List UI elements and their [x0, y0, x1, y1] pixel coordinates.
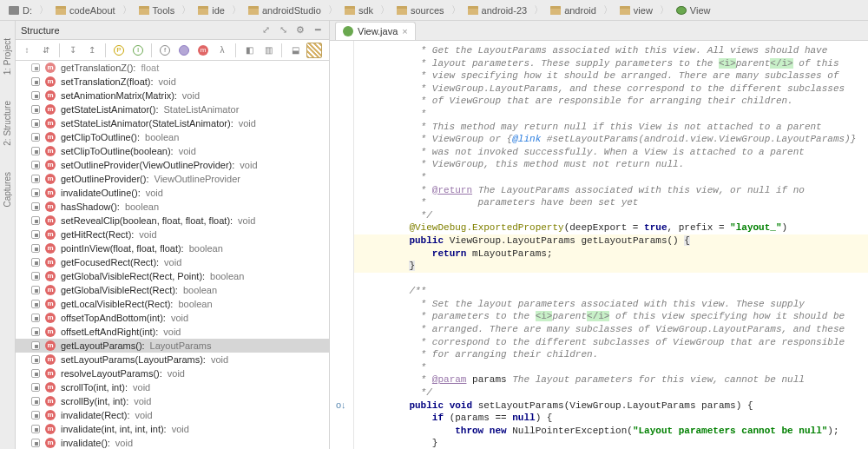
override-icon[interactable]: o↓	[336, 399, 346, 410]
method-icon: m	[45, 188, 56, 198]
breadcrumb-item[interactable]: Tools	[134, 5, 181, 16]
breadcrumb-item[interactable]: sdk	[339, 5, 378, 16]
side-tab[interactable]: Captures	[3, 172, 12, 208]
chevron-right-icon: 〉	[378, 3, 391, 17]
gutter-mark-icon	[31, 425, 40, 433]
gutter-mark-icon	[31, 244, 40, 253]
method-return: void	[139, 229, 156, 240]
gutter-mark-icon	[31, 355, 40, 364]
method-name: invalidate(Rect):	[61, 410, 129, 420]
gutter-mark-icon	[31, 341, 40, 350]
folder-icon	[198, 6, 208, 15]
method-name: setAnimationMatrix(Matrix):	[61, 90, 177, 101]
tree-method-row[interactable]: msetClipToOutline(boolean): void	[16, 144, 329, 158]
tree-method-row[interactable]: mresolveLayoutParams(): void	[16, 366, 329, 380]
breadcrumb-label: Tools	[153, 5, 175, 16]
tree-method-row[interactable]: minvalidate(int, int, int, int): void	[16, 422, 329, 436]
editor-tab-view[interactable]: View.java ×	[335, 22, 416, 40]
breadcrumb-item[interactable]: androidStudio	[243, 5, 326, 16]
pin-icon[interactable]: ⤡	[277, 24, 289, 36]
gutter-mark-icon	[31, 327, 40, 336]
toolbar-button[interactable]	[176, 43, 192, 58]
toolbar-button[interactable]: λ	[214, 43, 230, 58]
gutter-mark-icon	[31, 105, 40, 114]
tree-method-row[interactable]: mgetFocusedRect(Rect): void	[16, 255, 329, 269]
code-line: *	[354, 108, 868, 121]
toolbar-button[interactable]: ⬓	[287, 43, 303, 58]
toolbar-button[interactable]	[306, 43, 322, 58]
toolbar-button[interactable]: ⇵	[38, 43, 54, 58]
code-line: throw new NullPointerException("Layout p…	[354, 425, 868, 438]
code-line: * layout parameters. These supply parame…	[354, 57, 868, 70]
tree-method-row[interactable]: mgetGlobalVisibleRect(Rect): boolean	[16, 283, 329, 297]
structure-tree[interactable]: mgetTranslationZ(): floatmsetTranslation…	[16, 61, 329, 449]
tree-method-row[interactable]: msetAnimationMatrix(Matrix): void	[16, 89, 329, 102]
toolbar-button[interactable]: ◧	[241, 43, 257, 58]
toolbar-button[interactable]: I	[130, 43, 146, 58]
method-icon: m	[45, 285, 56, 295]
breadcrumb-item[interactable]: android	[545, 5, 602, 16]
method-icon: m	[45, 215, 56, 226]
breadcrumb-item[interactable]: codeAbout	[50, 5, 121, 16]
tree-method-row[interactable]: mpointInView(float, float, float): boole…	[16, 241, 329, 255]
gutter-mark-icon	[31, 439, 40, 447]
breadcrumb-item[interactable]: view	[615, 5, 658, 16]
gear-icon[interactable]: ⚙	[294, 24, 306, 36]
side-tab[interactable]: 1: Project	[3, 38, 12, 75]
tree-method-row[interactable]: mgetHitRect(Rect): void	[16, 228, 329, 241]
tree-method-row[interactable]: minvalidate(Rect): void	[16, 408, 329, 422]
tree-method-row[interactable]: mscrollBy(int, int): void	[16, 394, 329, 408]
tree-method-row[interactable]: mgetClipToOutline(): boolean	[16, 130, 329, 144]
toolbar-button[interactable]: m	[195, 43, 211, 58]
tree-method-row[interactable]: msetStateListAnimator(StateListAnimator)…	[16, 116, 329, 130]
method-icon: m	[45, 313, 56, 323]
tree-method-row[interactable]: mscrollTo(int, int): void	[16, 380, 329, 394]
breadcrumb-item[interactable]: android-23	[463, 5, 533, 16]
breadcrumb-item[interactable]: D:	[3, 5, 37, 16]
breadcrumb-label: view	[634, 5, 653, 16]
toolbar-button[interactable]: ▥	[260, 43, 276, 58]
tree-method-row[interactable]: msetRevealClip(boolean, float, float, fl…	[16, 214, 329, 228]
tree-method-row[interactable]: mhasShadow(): boolean	[16, 200, 329, 214]
gutter-mark-icon	[31, 161, 40, 169]
drive-icon	[9, 6, 19, 15]
tree-method-row[interactable]: msetTranslationZ(float): void	[16, 75, 329, 89]
close-icon[interactable]: ×	[402, 26, 407, 36]
hide-icon[interactable]: ━	[312, 24, 324, 36]
tree-method-row[interactable]: msetOutlineProvider(ViewOutlineProvider)…	[16, 158, 329, 172]
toolbar-button[interactable]: ↕	[19, 43, 35, 58]
method-name: setStateListAnimator(StateListAnimator):	[61, 118, 233, 129]
code-view[interactable]: * Get the LayoutParams associated with t…	[354, 41, 868, 449]
method-return: LayoutParams	[150, 340, 212, 351]
method-name: scrollBy(int, int):	[61, 396, 128, 406]
method-icon: m	[45, 118, 56, 129]
toolbar-button[interactable]: f	[157, 43, 173, 58]
breadcrumb-label: sdk	[358, 5, 373, 16]
tree-method-row[interactable]: mgetOutlineProvider(): ViewOutlineProvid…	[16, 172, 329, 186]
breadcrumb-item[interactable]: View	[671, 5, 716, 16]
collapse-icon[interactable]: ⤢	[260, 24, 272, 36]
tree-method-row[interactable]: moffsetLeftAndRight(int): void	[16, 325, 329, 339]
toolbar-button[interactable]: P	[111, 43, 127, 58]
tree-method-row[interactable]: mgetTranslationZ(): float	[16, 61, 329, 75]
tree-method-row[interactable]: mgetLocalVisibleRect(Rect): boolean	[16, 297, 329, 311]
breadcrumb-item[interactable]: sources	[391, 5, 450, 16]
breadcrumb-item[interactable]: ide	[193, 5, 230, 16]
side-tab[interactable]: 2: Structure	[3, 101, 12, 146]
method-return: boolean	[210, 271, 244, 281]
toolbar-button[interactable]: ↧	[65, 43, 81, 58]
method-name: hasShadow():	[61, 201, 120, 212]
tree-method-row[interactable]: mgetGlobalVisibleRect(Rect, Point): bool…	[16, 269, 329, 283]
method-icon: m	[45, 104, 56, 115]
tree-method-row[interactable]: mgetStateListAnimator(): StateListAnimat…	[16, 102, 329, 116]
gutter-mark-icon	[31, 286, 40, 294]
tree-method-row[interactable]: minvalidateOutline(): void	[16, 186, 329, 200]
editor-tab-label: View.java	[358, 26, 398, 36]
method-name: getFocusedRect(Rect):	[61, 257, 159, 267]
tree-method-row[interactable]: msetLayoutParams(LayoutParams): void	[16, 353, 329, 366]
tree-method-row[interactable]: mgetLayoutParams(): LayoutParams	[16, 339, 329, 353]
toolbar-button[interactable]: ↥	[84, 43, 100, 58]
gutter-mark-icon	[31, 397, 40, 406]
tree-method-row[interactable]: minvalidate(): void	[16, 436, 329, 449]
tree-method-row[interactable]: moffsetTopAndBottom(int): void	[16, 311, 329, 325]
